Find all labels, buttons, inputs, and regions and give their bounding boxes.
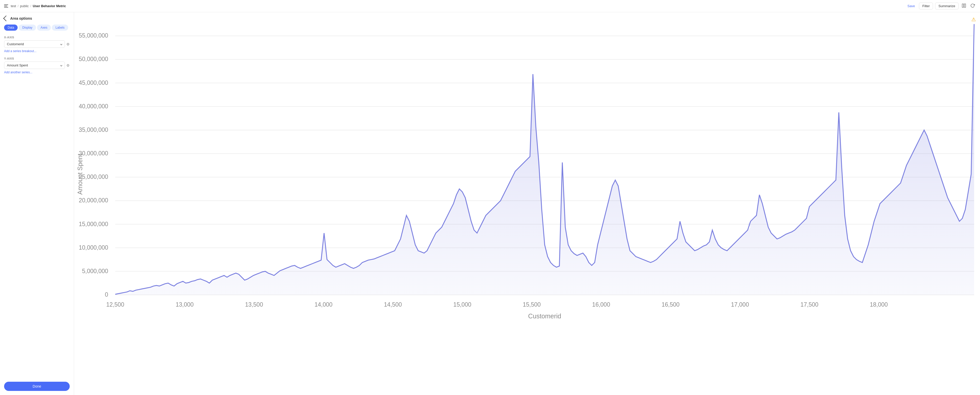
- svg-text:5,000,000: 5,000,000: [82, 268, 108, 274]
- tab-group: Data Display Axes Labels: [4, 24, 70, 31]
- svg-text:13,500: 13,500: [245, 301, 263, 308]
- svg-rect-1: [964, 4, 966, 7]
- add-another-series-link[interactable]: Add another series...: [4, 70, 70, 74]
- svg-text:35,000,000: 35,000,000: [79, 126, 108, 133]
- done-button[interactable]: Done: [4, 382, 70, 391]
- sidebar-title-label: Area options: [10, 16, 32, 21]
- svg-text:55,000,000: 55,000,000: [79, 32, 108, 39]
- svg-text:13,000: 13,000: [176, 301, 194, 308]
- svg-text:15,000,000: 15,000,000: [79, 221, 108, 228]
- tab-labels[interactable]: Labels: [52, 24, 68, 31]
- svg-text:18,000: 18,000: [870, 301, 888, 308]
- sidebar: Area options Data Display Axes Labels X-…: [0, 12, 74, 395]
- svg-text:17,000: 17,000: [731, 301, 749, 308]
- svg-text:20,000,000: 20,000,000: [79, 197, 108, 204]
- chart-container: 55,000,000 50,000,000 45,000,000 40,000,…: [74, 12, 980, 395]
- x-axis-row: Customerid ⚙: [4, 40, 70, 48]
- refresh-icon[interactable]: [969, 2, 976, 10]
- svg-text:50,000,000: 50,000,000: [79, 56, 108, 62]
- columns-icon[interactable]: [961, 2, 967, 10]
- x-axis-gear-icon[interactable]: ⚙: [67, 42, 70, 46]
- svg-text:0: 0: [105, 291, 108, 298]
- svg-text:16,000: 16,000: [592, 301, 610, 308]
- summarize-button[interactable]: Summarize: [935, 3, 959, 10]
- page-title: User Behavior Metric: [33, 4, 66, 8]
- svg-text:40,000,000: 40,000,000: [79, 103, 108, 110]
- x-axis-select[interactable]: Customerid: [4, 40, 65, 48]
- chevron-down-icon: [60, 43, 62, 45]
- tab-data[interactable]: Data: [4, 24, 18, 31]
- filter-button[interactable]: Filter: [919, 3, 933, 10]
- svg-text:10,000,000: 10,000,000: [79, 244, 108, 251]
- y-axis-gear-icon[interactable]: ⚙: [67, 64, 70, 67]
- svg-text:Amount Spent: Amount Spent: [76, 154, 83, 195]
- svg-text:Customerid: Customerid: [528, 312, 561, 320]
- add-series-breakout-link[interactable]: Add a series breakout...: [4, 49, 70, 53]
- y-axis-row: Amount Spent ⚙: [4, 62, 70, 69]
- chart-svg: 55,000,000 50,000,000 45,000,000 40,000,…: [74, 12, 980, 395]
- svg-text:45,000,000: 45,000,000: [79, 80, 108, 86]
- y-axis-label: Y-axis: [4, 57, 70, 60]
- schema-label: public: [20, 4, 29, 8]
- svg-text:14,500: 14,500: [384, 301, 402, 308]
- y-axis-value: Amount Spent: [7, 64, 28, 67]
- sidebar-bottom: Done: [4, 382, 70, 391]
- breadcrumb: test / public / User Behavior Metric: [4, 4, 66, 8]
- svg-rect-0: [962, 4, 963, 7]
- tab-axes[interactable]: Axes: [37, 24, 51, 31]
- main-layout: Area options Data Display Axes Labels X-…: [0, 12, 980, 395]
- save-button[interactable]: Save: [905, 3, 917, 9]
- chevron-down-icon-2: [60, 64, 62, 66]
- y-axis-select[interactable]: Amount Spent: [4, 62, 65, 69]
- chart-area-fill: [115, 24, 974, 295]
- sidebar-title[interactable]: Area options: [4, 16, 70, 21]
- svg-text:15,500: 15,500: [523, 301, 541, 308]
- header: test / public / User Behavior Metric Sav…: [0, 0, 980, 12]
- tab-display[interactable]: Display: [19, 24, 36, 31]
- sep2: /: [30, 4, 32, 8]
- x-axis-label: X-axis: [4, 36, 70, 39]
- x-axis-value: Customerid: [7, 42, 24, 46]
- svg-text:14,000: 14,000: [315, 301, 332, 308]
- svg-text:16,500: 16,500: [662, 301, 679, 308]
- svg-text:17,500: 17,500: [800, 301, 818, 308]
- db-label: test: [11, 4, 16, 8]
- sep1: /: [18, 4, 19, 8]
- header-actions: Save Filter Summarize: [905, 2, 976, 10]
- svg-text:15,000: 15,000: [453, 301, 471, 308]
- chart-area: ⚠ 55,000,000 50,000,000 45,000,000 40,00…: [74, 12, 980, 395]
- svg-text:12,500: 12,500: [106, 301, 124, 308]
- collapse-icon: [3, 16, 9, 21]
- database-icon: [4, 4, 8, 8]
